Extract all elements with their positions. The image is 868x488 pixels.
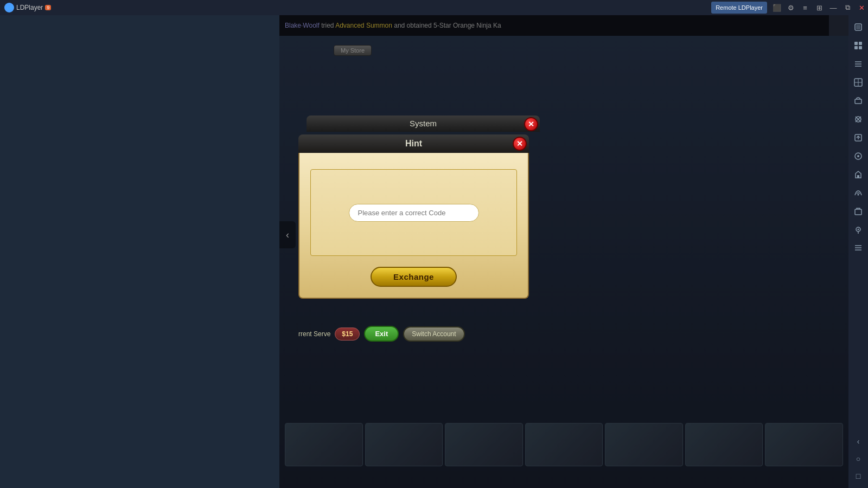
remote-ldplayer-button[interactable]: Remote LDPlayer [711, 2, 767, 14]
hint-title: Hint [405, 139, 422, 148]
system-title-bar: System ✕ [307, 115, 540, 132]
svg-rect-5 [859, 42, 862, 45]
right-sidebar: ‹ ○ □ [848, 15, 868, 488]
sidebar-icon-arrow[interactable]: ‹ [850, 433, 867, 450]
sidebar-icon-1[interactable] [850, 18, 867, 36]
svg-rect-4 [854, 42, 858, 45]
record-button[interactable]: ⬛ [770, 1, 783, 14]
server-amount: $15 [335, 328, 360, 341]
system-dialog: System ✕ [307, 115, 540, 132]
screenshot-button[interactable]: ⊞ [813, 1, 826, 14]
sidebar-icon-8[interactable] [850, 147, 867, 165]
left-panel [0, 15, 279, 488]
app-name: LDPlayer [16, 4, 43, 11]
sidebar-icon-13[interactable] [850, 240, 867, 257]
sidebar-icon-3[interactable] [850, 55, 867, 73]
svg-rect-24 [855, 209, 861, 215]
svg-point-26 [858, 229, 859, 230]
sidebar-icon-10[interactable] [850, 184, 867, 202]
close-button[interactable]: ✕ [855, 1, 868, 14]
sidebar-icon-5[interactable] [850, 92, 867, 110]
svg-point-21 [857, 155, 859, 157]
sidebar-icon-2[interactable] [850, 37, 867, 54]
svg-point-23 [858, 194, 859, 196]
svg-rect-22 [857, 175, 859, 178]
window-controls: Remote LDPlayer ⬛ ⚙ ≡ ⊞ — ⧉ ✕ [711, 1, 868, 14]
sidebar-icon-12[interactable] [850, 221, 867, 239]
sidebar-icon-7[interactable] [850, 129, 867, 146]
exit-button[interactable]: Exit [364, 326, 399, 342]
sidebar-icon-4[interactable] [850, 74, 867, 91]
exchange-button[interactable]: Exchange [371, 267, 457, 287]
svg-text:LD: LD [7, 5, 13, 10]
system-close-button[interactable]: ✕ [524, 117, 538, 131]
svg-rect-3 [856, 25, 860, 29]
sidebar-icon-square[interactable]: □ [850, 467, 867, 485]
menu-button[interactable]: ≡ [799, 1, 812, 14]
current-server-label: rrent Serve [298, 330, 330, 338]
system-title: System [410, 119, 437, 128]
app-version-badge: 9 [45, 5, 51, 10]
hint-title-bar: Hint ✕ [298, 134, 529, 153]
hint-dialog: Hint ✕ Exchange [298, 134, 529, 299]
sidebar-icon-9[interactable] [850, 166, 867, 183]
svg-rect-14 [855, 99, 861, 104]
sidebar-icon-6[interactable] [850, 111, 867, 128]
ld-logo-icon: LD [4, 3, 14, 12]
hint-body: Exchange [298, 153, 529, 299]
hint-content-area [310, 169, 517, 256]
sidebar-icon-11[interactable] [850, 203, 867, 220]
svg-rect-7 [859, 46, 862, 49]
bottom-bar: rrent Serve $15 Exit Switch Account [298, 326, 465, 342]
app-logo: LD LDPlayer 9 [0, 3, 55, 12]
minimize-button[interactable]: — [827, 1, 840, 14]
game-area: Blake·Woolf tried Advanced Summon and ob… [279, 15, 848, 488]
settings-button[interactable]: ⚙ [784, 1, 797, 14]
sidebar-bottom-icons: ‹ ○ □ [850, 433, 867, 485]
svg-rect-6 [854, 46, 858, 49]
sidebar-icon-circle[interactable]: ○ [850, 450, 867, 467]
code-input[interactable] [349, 204, 479, 222]
hint-close-button[interactable]: ✕ [513, 137, 527, 151]
titlebar: LD LDPlayer 9 Remote LDPlayer ⬛ ⚙ ≡ ⊞ — … [0, 0, 868, 15]
switch-account-button[interactable]: Switch Account [403, 326, 464, 342]
restore-button[interactable]: ⧉ [841, 1, 854, 14]
